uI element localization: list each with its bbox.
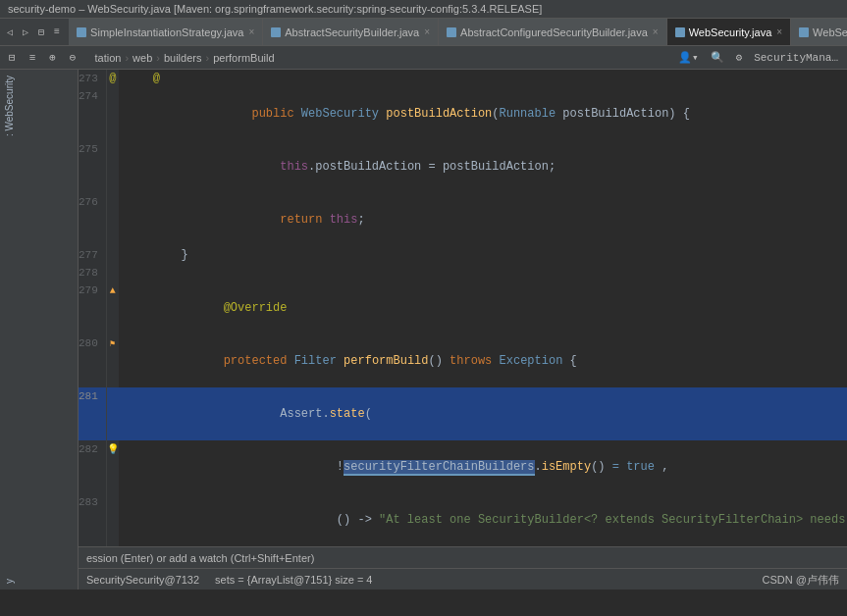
gutter-cell [106,246,119,264]
line-number: 274 [79,87,106,140]
gutter-cell: @ [106,70,119,87]
table-row: 283 () -> "At least one SecurityBuilder<… [79,493,847,546]
tab-web-security[interactable]: WebSecurity.java × [667,19,791,46]
gutter-cell: 💡 [106,440,119,493]
tab-label: AbstractConfiguredSecurityBuilder.java [460,26,648,38]
gutter-cell [106,387,119,440]
warning-icon: ⚑ [110,339,115,349]
debug-var: SecuritySecurity@7132 [86,574,199,586]
java-file-icon [77,27,86,37]
tab-nav-right[interactable]: ▷ [20,25,31,40]
code-cell: protected Filter performBuild() throws E… [119,334,847,387]
gutter-cell [106,140,119,193]
gutter-cell [106,264,119,282]
line-number: 276 [79,193,106,246]
tab-abstract-configured[interactable]: AbstractConfiguredSecurityBuilder.java × [439,19,667,46]
breadcrumb-web[interactable]: web [132,52,152,64]
code-table: 273 @ @ 274 public WebSecurity postBuild… [79,70,847,590]
tab-simple-instantiation[interactable]: SimpleInstantiationStrategy.java × [69,19,263,46]
tab-label: WebSecurity [813,26,847,38]
line-number: 273 [79,70,106,87]
override-icon: ▲ [110,285,116,296]
status-left: SecuritySecurity@7132 sets = {ArrayList@… [86,574,372,586]
tab-close-icon[interactable]: × [653,26,659,37]
code-container[interactable]: 273 @ @ 274 public WebSecurity postBuild… [79,70,847,590]
csdn-attribution: CSDN @卢伟伟 [763,573,839,588]
toolbar-search[interactable]: 🔍 [708,50,727,65]
title-text: security-demo – WebSecurity.java [Maven:… [8,3,542,15]
java-file-icon [799,27,809,37]
line-number: 278 [79,264,106,282]
status-bottom-bar: SecuritySecurity@7132 sets = {ArrayList@… [79,569,847,590]
tab-label: SimpleInstantiationStrategy.java [90,26,243,38]
sidebar-label-bottom: y [0,573,78,590]
gutter-cell: ▲ [106,282,119,334]
tab-split[interactable]: ⊟ [35,25,47,40]
gutter-cell [106,87,119,140]
line-number: 283 [79,493,106,546]
gutter-cell [106,193,119,246]
tab-bar: ◁ ▷ ⊟ ≡ SimpleInstantiationStrategy.java… [0,19,847,46]
tab-close-icon[interactable]: × [776,26,782,37]
table-row: 279 ▲ @Override [79,282,847,334]
java-file-icon [675,27,685,37]
table-row: 274 public WebSecurity postBuildAction(R… [79,87,847,140]
breadcrumb: tation › web › builders › performBuild [94,52,274,64]
main-layout: : WebSecurity y 273 @ @ 274 public WebSe… [0,70,847,590]
code-cell [119,264,847,282]
toolbar-extra[interactable]: SecurityMana… [751,51,841,65]
line-number: 282 [79,440,106,493]
line-number: 280 [79,334,106,387]
table-row: 277 } [79,246,847,264]
tab-settings[interactable]: ≡ [51,25,63,39]
table-row: 282 💡 !securityFilterChainBuilders.isEmp… [79,440,847,493]
table-row: 281 Assert.state( [79,387,847,440]
line-number: 277 [79,246,106,264]
gutter-cell: ⚑ [106,334,119,387]
title-bar: security-demo – WebSecurity.java [Maven:… [0,0,847,19]
toolbar-back[interactable]: ⊟ [6,50,19,65]
code-cell: return this; [119,193,847,246]
toolbar-profile[interactable]: 👤▾ [675,50,702,65]
annotation-marker: @ [109,72,116,85]
code-cell: } [119,246,847,264]
code-cell: @Override [119,282,847,334]
tab-label: AbstractSecurityBuilder.java [285,26,419,38]
breadcrumb-method[interactable]: performBuild [213,52,274,64]
line-number: 281 [79,387,106,440]
status-bar: ession (Enter) or add a watch (Ctrl+Shif… [79,546,847,590]
line-number: 279 [79,282,106,334]
status-top-bar: ession (Enter) or add a watch (Ctrl+Shif… [79,547,847,569]
breadcrumb-builders[interactable]: builders [164,52,202,64]
debug-sets: sets = {ArrayList@7151} size = 4 [215,574,372,586]
toolbar-expand[interactable]: ⊕ [46,50,59,65]
code-cell: this.postBuildAction = postBuildAction; [119,140,847,193]
toolbar-forward[interactable]: ≡ [26,51,39,65]
tab-close-icon[interactable]: × [248,26,254,37]
table-row: 280 ⚑ protected Filter performBuild() th… [79,334,847,387]
table-row: 278 [79,264,847,282]
breadcrumb-annotation[interactable]: tation [94,52,121,64]
code-cell: !securityFilterChainBuilders.isEmpty() =… [119,440,847,493]
tab-web-security-2[interactable]: WebSecurity × [791,19,847,46]
code-cell: @ [119,70,847,87]
tab-label: WebSecurity.java [689,26,772,38]
toolbar-gear[interactable]: ⚙ [733,50,746,65]
status-hint-text: ession (Enter) or add a watch (Ctrl+Shif… [86,552,314,564]
code-cell: public WebSecurity postBuildAction(Runna… [119,87,847,140]
toolbar: ⊟ ≡ ⊕ ⊖ tation › web › builders › perfor… [0,46,847,70]
line-number: 275 [79,140,106,193]
code-cell: Assert.state( [119,387,847,440]
tab-controls: ◁ ▷ ⊟ ≡ [4,25,63,40]
java-file-icon [271,27,281,37]
tab-close-icon[interactable]: × [424,26,430,37]
tab-abstract-security[interactable]: AbstractSecurityBuilder.java × [263,19,439,46]
java-file-icon [447,27,456,37]
toolbar-collapse[interactable]: ⊖ [67,50,79,65]
table-row: 273 @ @ [79,70,847,87]
code-cell: () -> "At least one SecurityBuilder<? ex… [119,493,847,546]
bulb-icon: 💡 [107,444,119,455]
table-row: 276 return this; [79,193,847,246]
table-row: 275 this.postBuildAction = postBuildActi… [79,140,847,193]
tab-nav-left[interactable]: ◁ [4,25,16,40]
